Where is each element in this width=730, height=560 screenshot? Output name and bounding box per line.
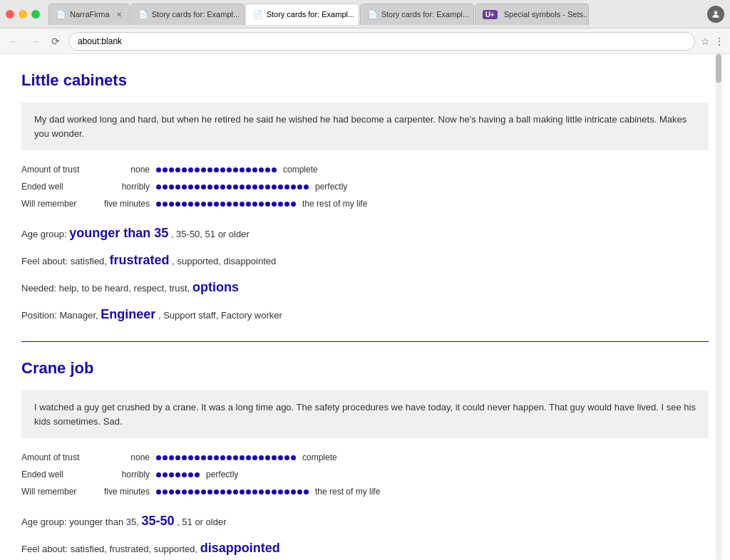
slider-row-remember-2: Will remember five minutes the rest of m… — [21, 485, 709, 498]
slider-row-remember-1: Will remember five minutes the rest of m… — [21, 197, 709, 210]
tab-doc-icon: 📄 — [368, 10, 378, 19]
story-quote-2: I watched a guy get crushed by a crane. … — [21, 390, 709, 438]
scrollbar-thumb[interactable] — [716, 54, 721, 83]
story-quote-1: My dad worked long and hard, but when he… — [21, 103, 709, 150]
back-button[interactable]: ← — [6, 34, 21, 48]
title-bar: 📄 NarraFirma ✕ 📄 Story cards for: Exampl… — [0, 0, 730, 28]
slider-dots — [155, 472, 200, 477]
story-crane-job: Crane job I watched a guy get crushed by… — [21, 356, 709, 560]
close-button[interactable] — [6, 10, 14, 19]
slider-left-val: five minutes — [100, 197, 150, 210]
window-controls — [6, 10, 40, 19]
tab-doc-icon: 📄 — [56, 10, 66, 19]
tab-close-icon[interactable]: ✕ — [116, 11, 122, 19]
slider-left-val: five minutes — [100, 485, 150, 498]
tab-story-2[interactable]: 📄 Story cards for: Exampl... ✕ — [245, 4, 359, 25]
slider-row-ended-1: Ended well horribly perfectly — [21, 180, 709, 193]
slider-dots — [155, 167, 277, 172]
slider-left-val: horribly — [100, 468, 150, 481]
tab-label: Special symbols - Sets... — [504, 10, 589, 19]
slider-dots — [155, 202, 297, 207]
slider-right-val: complete — [283, 163, 318, 176]
slider-dots — [155, 455, 297, 460]
slider-label: Will remember — [21, 485, 100, 498]
slider-label: Amount of trust — [21, 163, 100, 176]
attributes-section-1: Age group: younger than 35 , 35-50, 51 o… — [21, 220, 709, 327]
slider-dots — [155, 489, 309, 494]
user-icon — [707, 6, 724, 23]
slider-left-val: none — [100, 163, 150, 176]
special-icon: U+ — [483, 10, 498, 19]
slider-right-val: complete — [302, 451, 337, 464]
attr-age-1: Age group: younger than 35 , 35-50, 51 o… — [21, 220, 709, 246]
page-content: Little cabinets My dad worked long and h… — [0, 54, 730, 560]
address-input[interactable] — [68, 32, 695, 51]
tab-story-3[interactable]: 📄 Story cards for: Exampl... ✕ — [360, 4, 474, 25]
story-divider-1 — [21, 341, 709, 342]
slider-right-val: the rest of my life — [302, 197, 367, 210]
forward-button[interactable]: → — [27, 34, 43, 48]
attr-feel-2: Feel about: satisfied, frustrated, suppo… — [21, 535, 709, 560]
tab-doc-icon: 📄 — [253, 10, 263, 19]
story-title-1: Little cabinets — [21, 68, 709, 92]
svg-point-0 — [714, 11, 718, 14]
tab-label: NarraFirma — [70, 10, 110, 19]
scrollbar-track[interactable] — [716, 54, 721, 560]
attributes-section-2: Age group: younger than 35, 35-50 , 51 o… — [21, 508, 709, 560]
slider-right-val: perfectly — [315, 180, 347, 193]
tab-label: Story cards for: Exampl... — [267, 10, 354, 19]
tab-story-1[interactable]: 📄 Story cards for: Exampl... ✕ — [130, 4, 245, 25]
refresh-button[interactable]: ⟳ — [48, 34, 63, 48]
sliders-section-2: Amount of trust none complete Ended well… — [21, 451, 709, 498]
attr-age-2: Age group: younger than 35, 35-50 , 51 o… — [21, 508, 709, 534]
slider-row-ended-2: Ended well horribly perfectly — [21, 468, 709, 481]
story-title-2: Crane job — [21, 356, 709, 380]
slider-left-val: horribly — [100, 180, 150, 193]
tab-label: Story cards for: Exampl... — [152, 10, 240, 19]
tab-label: Story cards for: Exampl... — [381, 10, 469, 19]
attr-needed-1: Needed: help, to be heard, respect, trus… — [21, 274, 709, 300]
slider-dots — [155, 185, 309, 190]
slider-label: Ended well — [21, 180, 100, 193]
attr-position-1: Position: Manager, Engineer , Support st… — [21, 301, 709, 327]
slider-right-val: perfectly — [206, 468, 238, 481]
slider-row-trust-1: Amount of trust none complete — [21, 163, 709, 176]
slider-left-val: none — [100, 451, 150, 464]
tab-doc-icon: 📄 — [138, 10, 148, 19]
address-bar: ← → ⟳ ☆ ⋮ — [0, 28, 730, 54]
slider-row-trust-2: Amount of trust none complete — [21, 451, 709, 464]
menu-icon[interactable]: ⋮ — [714, 36, 724, 47]
maximize-button[interactable] — [31, 10, 40, 19]
tabs-bar: 📄 NarraFirma ✕ 📄 Story cards for: Exampl… — [48, 4, 707, 25]
slider-right-val: the rest of my life — [315, 485, 380, 498]
tab-special-symbols[interactable]: U+ Special symbols - Sets... ✕ — [475, 4, 589, 25]
story-little-cabinets: Little cabinets My dad worked long and h… — [21, 68, 709, 327]
slider-label: Amount of trust — [21, 451, 100, 464]
slider-label: Ended well — [21, 468, 100, 481]
bookmark-icon[interactable]: ☆ — [701, 36, 710, 47]
attr-feel-1: Feel about: satisfied, frustrated , supp… — [21, 247, 709, 273]
tab-narrafirma[interactable]: 📄 NarraFirma ✕ — [48, 4, 130, 25]
slider-label: Will remember — [21, 197, 100, 210]
minimize-button[interactable] — [19, 10, 27, 19]
sliders-section-1: Amount of trust none complete Ended well… — [21, 163, 709, 210]
address-actions: ☆ ⋮ — [701, 36, 724, 47]
